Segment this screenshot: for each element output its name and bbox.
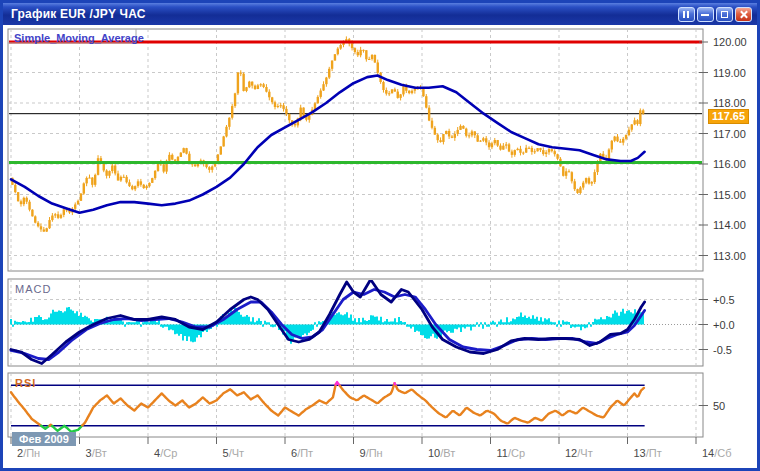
price-tick-label: 120.00 — [713, 36, 747, 48]
price-tick-label: 113.00 — [713, 250, 746, 262]
price-tick-label: 114.00 — [713, 219, 746, 231]
time-tick-label: 9/Пн — [360, 447, 383, 459]
pause-button[interactable] — [678, 7, 695, 22]
price-tick-label: 118.00 — [713, 97, 746, 109]
price-tick-label: 115.00 — [713, 189, 746, 201]
time-tick-label: 2/Пн — [17, 447, 40, 459]
last-price-badge: 117.65 — [708, 109, 749, 124]
macd-tick-label: +0.5 — [713, 294, 735, 306]
chart-window: График EUR /JPY ЧАС Simple_Moving_Averag… — [0, 0, 760, 471]
time-tick-label: 5/Чт — [223, 447, 245, 459]
time-tick-label: 11/Ср — [497, 447, 526, 459]
price-tick-label: 119.00 — [713, 67, 746, 79]
minimize-button[interactable] — [697, 7, 714, 22]
window-buttons — [678, 7, 752, 22]
macd-tick-label: -0.5 — [713, 344, 732, 356]
time-tick-label: 6/Пт — [291, 447, 313, 459]
time-tick-label: 13/Пт — [634, 447, 662, 459]
close-button[interactable] — [735, 7, 752, 22]
time-tick-label: 10/Вт — [428, 447, 455, 459]
time-tick-label: 3/Вт — [86, 447, 107, 459]
title-bar[interactable]: График EUR /JPY ЧАС — [3, 3, 757, 25]
chart-area: Simple_Moving_Average MACD RSI 117.65 Фе… — [3, 25, 757, 468]
time-tick-label: 12/Чт — [565, 447, 593, 459]
rsi-indicator-label: RSI — [15, 377, 36, 389]
sma-indicator-label: Simple_Moving_Average — [14, 32, 144, 44]
maximize-button[interactable] — [716, 7, 733, 22]
time-tick-label: 14/Сб — [702, 447, 732, 459]
macd-indicator-label: MACD — [15, 283, 51, 295]
price-tick-label: 116.00 — [713, 158, 746, 170]
price-tick-label: 117.00 — [713, 128, 746, 140]
rsi-tick-label: 50 — [713, 400, 725, 412]
chart-canvas[interactable] — [3, 25, 757, 468]
month-badge: Фев 2009 — [12, 432, 76, 446]
window-title: График EUR /JPY ЧАС — [11, 7, 678, 21]
macd-tick-label: +0.0 — [713, 319, 735, 331]
time-tick-label: 4/Ср — [154, 447, 177, 459]
